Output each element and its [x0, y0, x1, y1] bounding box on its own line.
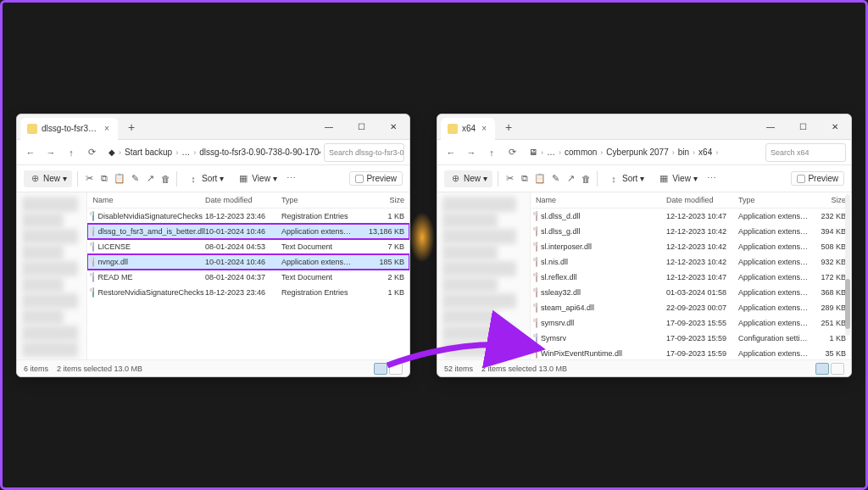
- rename-icon[interactable]: ✎: [549, 173, 561, 185]
- tab-active[interactable]: x64 ×: [441, 118, 495, 140]
- file-row[interactable]: symsrv.dll17-09-2023 15:55Application ex…: [531, 315, 851, 331]
- titlebar[interactable]: x64 × + — ☐ ✕: [437, 114, 851, 140]
- new-tab-button[interactable]: +: [121, 120, 142, 134]
- view-button[interactable]: ▦View ▾: [653, 170, 703, 187]
- breadcrumb-segment[interactable]: bin: [678, 148, 689, 157]
- file-list[interactable]: Name Date modified Type Size sl.dlss_d.d…: [531, 192, 851, 359]
- new-button[interactable]: ⊕New ▾: [444, 170, 492, 187]
- refresh-button[interactable]: ⟳: [504, 144, 520, 161]
- breadcrumb-segment[interactable]: …: [181, 148, 190, 157]
- back-button[interactable]: ←: [442, 144, 459, 161]
- col-name[interactable]: Name: [92, 196, 205, 204]
- delete-icon[interactable]: 🗑: [159, 173, 171, 185]
- titlebar[interactable]: dlssg-to-fsr3-0.90-738-0-90-1… × + — ☐ ✕: [17, 114, 409, 140]
- breadcrumb[interactable]: 🖥 › … › common › Cyberpunk 2077 › bin › …: [524, 143, 762, 162]
- file-icon: [536, 226, 537, 237]
- file-row[interactable]: sl.interposer.dll12-12-2023 10:42Applica…: [531, 239, 851, 254]
- back-button[interactable]: ←: [22, 144, 39, 161]
- scrollbar-thumb[interactable]: [845, 279, 850, 329]
- preview-toggle[interactable]: Preview: [349, 171, 403, 186]
- forward-button[interactable]: →: [42, 144, 59, 161]
- more-icon[interactable]: ⋯: [706, 173, 718, 185]
- rename-icon[interactable]: ✎: [129, 173, 141, 185]
- breadcrumb-segment[interactable]: Start backup: [125, 148, 172, 157]
- pc-icon[interactable]: 🖥: [529, 148, 537, 157]
- sort-button[interactable]: ↕Sort ▾: [182, 170, 229, 187]
- tab-active[interactable]: dlssg-to-fsr3-0.90-738-0-90-1… ×: [20, 118, 118, 140]
- nav-pane[interactable]: [17, 192, 87, 359]
- col-date[interactable]: Date modified: [666, 196, 738, 204]
- share-icon[interactable]: ↗: [144, 173, 156, 185]
- file-name: steam_api64.dll: [541, 303, 594, 312]
- close-tab-icon[interactable]: ×: [103, 125, 111, 133]
- details-view-button[interactable]: [815, 363, 829, 375]
- col-name[interactable]: Name: [536, 196, 666, 204]
- copy-icon[interactable]: ⧉: [98, 173, 110, 185]
- up-button[interactable]: ↑: [63, 144, 80, 161]
- file-list[interactable]: Name Date modified Type Size DisableNvid…: [87, 192, 409, 359]
- col-date[interactable]: Date modified: [205, 196, 281, 204]
- maximize-button[interactable]: ☐: [787, 114, 819, 140]
- cut-icon[interactable]: ✂: [83, 173, 95, 185]
- col-type[interactable]: Type: [738, 196, 810, 204]
- delete-icon[interactable]: 🗑: [580, 173, 592, 185]
- column-headers[interactable]: Name Date modified Type Size: [531, 192, 851, 209]
- file-row[interactable]: steam_api64.dll22-09-2023 00:07Applicati…: [531, 300, 851, 315]
- nav-pane[interactable]: [437, 192, 531, 359]
- breadcrumb[interactable]: ◆ › Start backup › … › dlssg-to-fsr3-0.9…: [103, 143, 320, 162]
- close-button[interactable]: ✕: [819, 114, 851, 140]
- new-button[interactable]: ⊕New ▾: [24, 170, 72, 187]
- details-view-button[interactable]: [374, 363, 387, 375]
- file-row[interactable]: Symsrv17-09-2023 15:59Configuration sett…: [531, 331, 851, 346]
- minimize-button[interactable]: —: [313, 114, 345, 140]
- file-row[interactable]: READ ME08-01-2024 04:37Text Document2 KB: [87, 270, 409, 285]
- scrollbar[interactable]: [845, 194, 850, 336]
- file-row[interactable]: sl.reflex.dll12-12-2023 10:47Application…: [531, 270, 851, 285]
- copy-icon[interactable]: ⧉: [519, 173, 531, 185]
- file-row[interactable]: LICENSE08-01-2024 04:53Text Document7 KB: [87, 239, 409, 254]
- file-row[interactable]: sl.dlss_d.dll12-12-2023 10:47Application…: [531, 209, 851, 224]
- sort-button[interactable]: ↕Sort ▾: [603, 170, 649, 187]
- breadcrumb-segment[interactable]: …: [547, 148, 555, 157]
- preview-toggle[interactable]: Preview: [791, 171, 844, 186]
- col-type[interactable]: Type: [281, 196, 362, 204]
- share-icon[interactable]: ↗: [565, 173, 576, 185]
- paste-icon[interactable]: 📋: [534, 173, 546, 185]
- more-icon[interactable]: ⋯: [286, 173, 298, 185]
- icons-view-button[interactable]: [831, 363, 844, 375]
- file-size: 1 KB: [810, 334, 846, 342]
- breadcrumb-segment[interactable]: common: [565, 148, 597, 157]
- home-icon[interactable]: ◆: [108, 148, 115, 157]
- breadcrumb-segment[interactable]: Cyberpunk 2077: [606, 148, 668, 157]
- search-input[interactable]: Search x64: [765, 143, 846, 162]
- breadcrumb-segment[interactable]: x64: [698, 148, 712, 157]
- file-row[interactable]: DisableNvidiaSignatureChecks18-12-2023 2…: [87, 209, 409, 224]
- icons-view-button[interactable]: [389, 363, 403, 375]
- refresh-button[interactable]: ⟳: [83, 144, 100, 161]
- minimize-button[interactable]: —: [754, 114, 787, 140]
- file-row[interactable]: sl.nis.dll12-12-2023 10:42Application ex…: [531, 254, 851, 270]
- file-row[interactable]: ssleay32.dll01-03-2024 01:58Application …: [531, 285, 851, 300]
- column-headers[interactable]: Name Date modified Type Size: [87, 192, 409, 209]
- forward-button[interactable]: →: [463, 144, 480, 161]
- view-button[interactable]: ▦View ▾: [232, 170, 282, 187]
- file-row[interactable]: nvngx.dll10-01-2024 10:46Application ext…: [87, 254, 409, 270]
- checkbox-icon: [797, 175, 805, 183]
- close-button[interactable]: ✕: [377, 114, 409, 140]
- breadcrumb-segment[interactable]: dlssg-to-fsr3-0.90-738-0-90-170486409: [199, 148, 320, 157]
- file-row[interactable]: WinPixEventRuntime.dll17-09-2023 15:59Ap…: [531, 346, 851, 359]
- search-input[interactable]: Search dlssg-to-fsr3-0.90-738…: [324, 143, 404, 162]
- file-row[interactable]: dlssg_to_fsr3_amd_is_better.dll10-01-202…: [87, 224, 409, 239]
- col-size[interactable]: Size: [810, 196, 846, 204]
- paste-icon[interactable]: 📋: [114, 173, 125, 185]
- file-row[interactable]: sl.dlss_g.dll12-12-2023 10:42Application…: [531, 224, 851, 239]
- new-tab-button[interactable]: +: [498, 120, 519, 134]
- col-size[interactable]: Size: [362, 196, 404, 204]
- file-row[interactable]: RestoreNvidiaSignatureChecks18-12-2023 2…: [87, 285, 409, 300]
- close-tab-icon[interactable]: ×: [480, 125, 488, 133]
- up-button[interactable]: ↑: [483, 144, 500, 161]
- file-date: 17-09-2023 15:55: [666, 319, 738, 327]
- maximize-button[interactable]: ☐: [345, 114, 377, 140]
- cut-icon[interactable]: ✂: [504, 173, 515, 185]
- file-size: 1 KB: [362, 288, 404, 297]
